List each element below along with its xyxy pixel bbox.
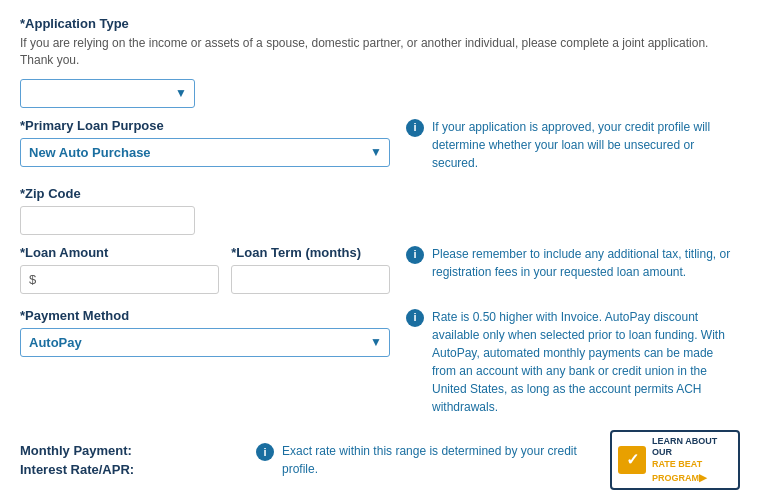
rate-beat-title: RATE BEAT (652, 459, 732, 471)
rate-beat-text: Learn about our RATE BEAT PROGRAM▶ (652, 436, 732, 485)
loan-amount-label: Loan Amount (20, 245, 219, 260)
rate-beat-check-icon: ✓ (618, 446, 646, 474)
loan-purpose-label: Primary Loan Purpose (20, 118, 390, 133)
loan-amount-info-text: Please remember to include any additiona… (432, 245, 740, 281)
application-type-select[interactable]: Individual Joint (20, 79, 195, 108)
loan-purpose-select-wrapper: New Auto Purchase Used Auto Purchase Ref… (20, 138, 390, 167)
loan-purpose-info-icon: i (406, 119, 424, 137)
zip-code-input[interactable] (20, 206, 195, 235)
payment-method-info-text: Rate is 0.50 higher with Invoice. AutoPa… (432, 308, 740, 416)
payment-method-info-box: i Rate is 0.50 higher with Invoice. Auto… (406, 308, 740, 416)
payment-method-label: Payment Method (20, 308, 390, 323)
application-type-select-wrapper: Individual Joint ▼ (20, 79, 195, 108)
loan-amount-input[interactable] (42, 266, 218, 293)
payment-method-select-wrapper: AutoPay Invoice ▼ (20, 328, 390, 357)
loan-purpose-select[interactable]: New Auto Purchase Used Auto Purchase Ref… (20, 138, 390, 167)
payment-method-select[interactable]: AutoPay Invoice (20, 328, 390, 357)
application-type-label: Application Type (20, 16, 740, 31)
exact-rate-info-box: i Exact rate within this range is determ… (256, 442, 594, 478)
loan-purpose-info-text: If your application is approved, your cr… (432, 118, 740, 172)
interest-rate-label: Interest Rate/APR: (20, 462, 240, 477)
loan-purpose-info-box: i If your application is approved, your … (406, 118, 740, 172)
rate-beat-program: PROGRAM▶ (652, 471, 732, 485)
rate-beat-badge[interactable]: ✓ Learn about our RATE BEAT PROGRAM▶ (610, 430, 740, 491)
loan-amount-info-icon: i (406, 246, 424, 264)
summary-labels: Monthly Payment: Interest Rate/APR: (20, 443, 240, 477)
exact-rate-info-text: Exact rate within this range is determin… (282, 442, 594, 478)
dollar-sign: $ (21, 266, 42, 293)
payment-method-info-icon: i (406, 309, 424, 327)
exact-rate-info-icon: i (256, 443, 274, 461)
loan-term-label: Loan Term (months) (231, 245, 390, 260)
loan-amount-info-box: i Please remember to include any additio… (406, 245, 740, 281)
rate-beat-learn-text: Learn about our (652, 436, 732, 459)
application-type-description: If you are relying on the income or asse… (20, 35, 740, 69)
loan-term-input[interactable] (231, 265, 390, 294)
loan-amount-input-wrapper: $ (20, 265, 219, 294)
monthly-payment-label: Monthly Payment: (20, 443, 240, 458)
zip-code-label: Zip Code (20, 186, 390, 201)
